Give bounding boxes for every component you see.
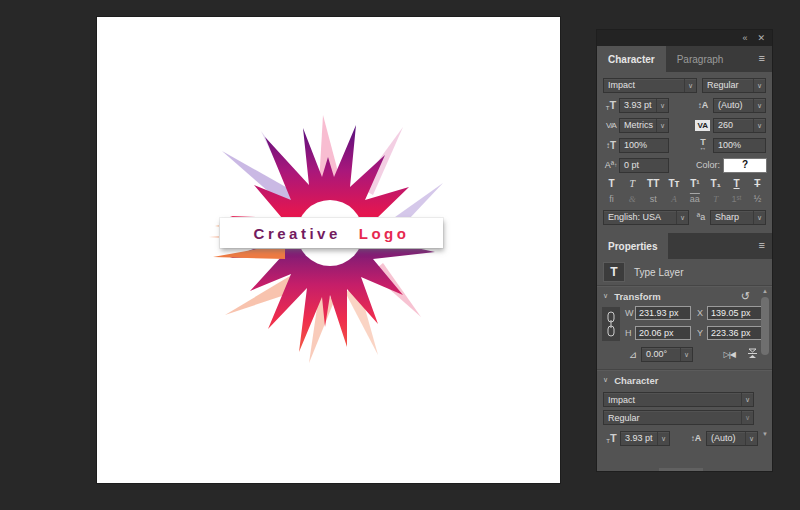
- ordinals-button[interactable]: 1ˢᵗ: [728, 194, 745, 204]
- baseline-shift-icon: [603, 160, 619, 170]
- tracking-icon: VA: [695, 120, 710, 131]
- strikethrough-button[interactable]: T: [749, 178, 766, 189]
- fractions-button[interactable]: ½: [749, 194, 766, 204]
- width-label: W: [625, 308, 635, 318]
- chevron-down-icon: ∨: [753, 119, 765, 132]
- kerning-dropdown[interactable]: Metrics∨: [619, 118, 669, 133]
- subscript-button[interactable]: T₁: [707, 178, 724, 189]
- all-caps-button[interactable]: TT: [645, 178, 662, 189]
- properties-font-style-dropdown[interactable]: Regular∨: [603, 410, 754, 425]
- baseline-shift-field[interactable]: 0 pt: [619, 158, 669, 173]
- properties-tabstrip: Properties ≡: [597, 233, 772, 259]
- height-label: H: [625, 328, 635, 338]
- transform-section-header[interactable]: ∨ Transform ↺: [597, 287, 772, 305]
- scroll-down-icon[interactable]: ▼: [760, 430, 770, 439]
- language-dropdown[interactable]: English: USA∨: [603, 210, 689, 225]
- close-panel-icon[interactable]: ✕: [757, 33, 765, 43]
- photoshop-workspace: Creative Logo « ✕ Character Paragraph ≡ …: [0, 0, 800, 510]
- antialias-dropdown[interactable]: Sharp∨: [710, 210, 766, 225]
- y-field[interactable]: 223.36 px: [707, 326, 763, 340]
- kerning-icon: [603, 121, 619, 130]
- chain-link-icon: [606, 311, 616, 337]
- logo-text-banner[interactable]: Creative Logo: [220, 218, 443, 248]
- tab-paragraph[interactable]: Paragraph: [666, 46, 735, 72]
- faux-bold-button[interactable]: T: [603, 178, 620, 189]
- chevron-down-icon: ∨: [603, 376, 608, 384]
- stylistic-alternates-button[interactable]: aa: [686, 194, 703, 204]
- font-size-icon: [603, 432, 620, 444]
- properties-font-size-dropdown[interactable]: 3.93 pt∨: [620, 431, 670, 446]
- scrollbar-thumb[interactable]: [761, 297, 769, 355]
- font-style-dropdown[interactable]: Regular∨: [702, 78, 766, 93]
- discretionary-ligatures-button[interactable]: st: [645, 194, 662, 204]
- horizontal-scale-field[interactable]: 100%: [713, 138, 766, 153]
- chevron-down-icon: ∨: [657, 432, 669, 445]
- chevron-down-icon: ∨: [656, 119, 668, 132]
- height-field[interactable]: 20.06 px: [635, 326, 691, 340]
- leading-icon: [686, 433, 706, 443]
- superscript-button[interactable]: T¹: [686, 178, 703, 189]
- tracking-dropdown[interactable]: 260∨: [713, 118, 766, 133]
- collapse-panel-icon[interactable]: «: [742, 33, 747, 43]
- chevron-down-icon: ∨: [753, 79, 765, 92]
- reset-transform-icon[interactable]: ↺: [741, 290, 750, 303]
- leading-icon: [693, 100, 713, 110]
- y-label: Y: [697, 328, 707, 338]
- text-color-swatch[interactable]: ?: [724, 159, 766, 172]
- panel-menu-icon[interactable]: ≡: [759, 52, 765, 65]
- swash-button[interactable]: A: [666, 194, 683, 204]
- x-label: X: [697, 308, 707, 318]
- character-tabstrip: Character Paragraph ≡: [597, 46, 772, 72]
- opentype-buttons: fi & st A aa T 1ˢᵗ ½: [603, 192, 766, 205]
- logo-text-primary: Creative: [254, 225, 341, 242]
- vertical-scale-icon: [603, 140, 619, 151]
- width-field[interactable]: 231.93 px: [635, 306, 691, 320]
- titling-alternates-button[interactable]: T: [707, 194, 724, 204]
- properties-panel-body: T Type Layer ∨ Transform ↺ W: [597, 259, 772, 480]
- flip-vertical-icon[interactable]: [747, 347, 758, 362]
- x-field[interactable]: 139.05 px: [707, 306, 763, 320]
- properties-menu-icon[interactable]: ≡: [759, 239, 765, 252]
- properties-font-family-dropdown[interactable]: Impact∨: [603, 392, 754, 407]
- vertical-scale-field[interactable]: 100%: [619, 138, 669, 153]
- color-label: Color:: [696, 160, 720, 170]
- chevron-down-icon: ∨: [680, 348, 692, 361]
- tab-character[interactable]: Character: [597, 46, 666, 72]
- chevron-down-icon: ∨: [753, 211, 765, 224]
- contextual-alternates-button[interactable]: &: [624, 194, 641, 204]
- leading-dropdown[interactable]: (Auto)∨: [713, 98, 766, 113]
- scroll-up-icon[interactable]: ▲: [760, 287, 770, 296]
- chevron-down-icon: ∨: [603, 292, 608, 300]
- type-style-buttons: T T TT Tᴛ T¹ T₁ T T: [603, 177, 766, 190]
- font-family-dropdown[interactable]: Impact∨: [603, 78, 697, 93]
- chevron-down-icon: ∨: [741, 411, 753, 424]
- character-section-header[interactable]: ∨ Character: [597, 371, 772, 389]
- small-caps-button[interactable]: Tᴛ: [666, 178, 683, 189]
- tab-properties[interactable]: Properties: [597, 233, 668, 259]
- font-size-dropdown[interactable]: 3.93 pt∨: [619, 98, 669, 113]
- type-layer-icon: T: [603, 262, 625, 282]
- horizontal-scale-icon: [693, 139, 713, 151]
- properties-leading-dropdown[interactable]: (Auto)∨: [706, 431, 758, 446]
- transform-grid: W 231.93 px X 139.05 px H 20.06 px Y 223…: [597, 305, 772, 341]
- underline-button[interactable]: T: [728, 178, 745, 189]
- angle-dropdown[interactable]: 0.00°∨: [641, 347, 693, 362]
- standard-ligatures-button[interactable]: fi: [603, 194, 620, 204]
- panel-resize-gripper[interactable]: [659, 468, 703, 471]
- document-canvas[interactable]: Creative Logo: [97, 17, 560, 483]
- logo-text-secondary: Logo: [359, 225, 410, 242]
- chevron-down-icon: ∨: [684, 79, 696, 92]
- chevron-down-icon: ∨: [753, 99, 765, 112]
- flip-horizontal-icon[interactable]: ▷|◀: [724, 350, 735, 359]
- faux-italic-button[interactable]: T: [624, 178, 641, 189]
- properties-scrollbar[interactable]: ▲ ▼: [760, 287, 770, 439]
- link-dimensions-button[interactable]: [602, 307, 620, 341]
- chevron-down-icon: ∨: [676, 211, 688, 224]
- panel-group: « ✕ Character Paragraph ≡ Impact∨ Regula…: [597, 30, 772, 471]
- panel-header-bar: « ✕: [597, 30, 772, 46]
- chevron-down-icon: ∨: [656, 99, 668, 112]
- chevron-down-icon: ∨: [745, 432, 757, 445]
- layer-type-label: Type Layer: [634, 267, 683, 278]
- chevron-down-icon: ∨: [741, 393, 753, 406]
- font-size-icon: [603, 99, 619, 111]
